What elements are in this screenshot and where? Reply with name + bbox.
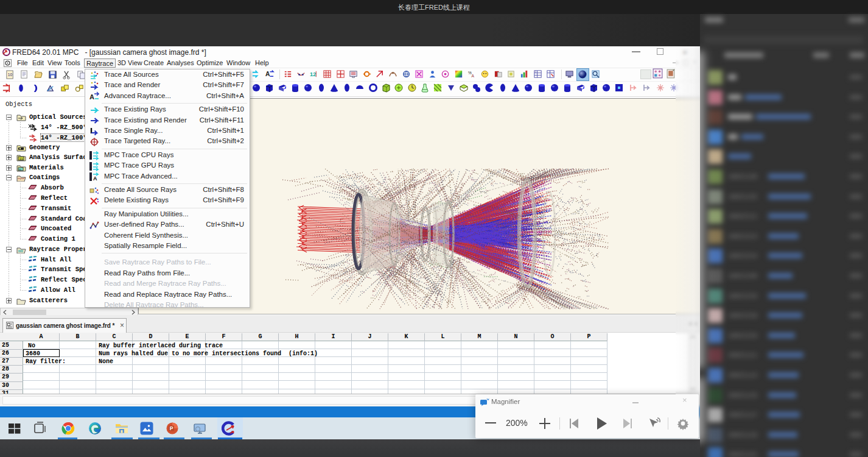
svg-text:A: A — [471, 74, 474, 78]
svg-text:12: 12 — [310, 71, 316, 77]
svg-text:m: m — [19, 168, 21, 171]
svg-text:A: A — [265, 71, 270, 77]
svg-text:A: A — [93, 175, 97, 182]
svg-text:11: 11 — [19, 157, 24, 161]
svg-text:10: 10 — [8, 73, 13, 77]
svg-text:A: A — [89, 93, 94, 101]
svg-text:P: P — [170, 425, 173, 431]
